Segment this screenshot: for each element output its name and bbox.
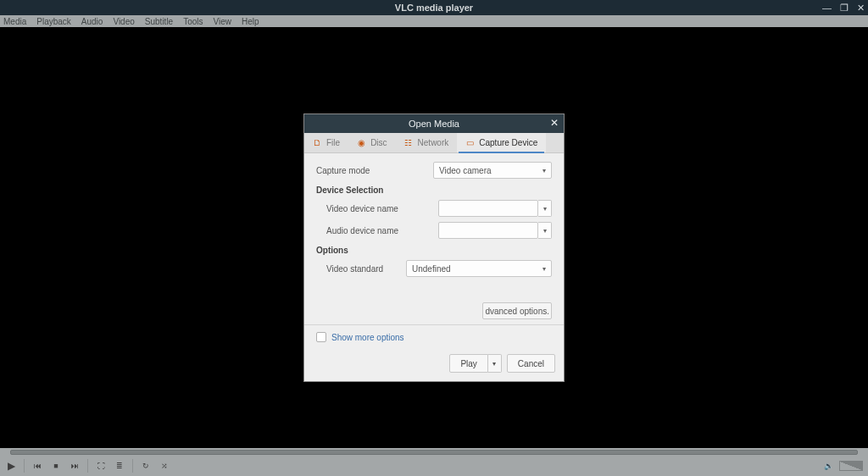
stop-button[interactable]: ■ [48, 458, 64, 473]
shuffle-button[interactable]: ⤮ [157, 458, 172, 473]
seek-slider[interactable] [10, 450, 858, 455]
tab-file-label: File [326, 138, 340, 147]
cancel-button[interactable]: Cancel [507, 354, 555, 373]
playlist-button[interactable]: ≣ [112, 458, 127, 473]
network-icon: ☷ [404, 138, 413, 147]
open-media-dialog: Open Media ✕ 🗋 File ◉ Disc ☷ Network ▭ C… [303, 113, 565, 382]
play-button-dropdown[interactable]: ▾ [488, 354, 502, 373]
device-selection-heading: Device Selection [316, 185, 552, 195]
tab-file[interactable]: 🗋 File [304, 133, 348, 152]
show-more-options-row[interactable]: Show more options [304, 324, 564, 349]
show-more-label: Show more options [331, 333, 404, 342]
capture-icon: ▭ [465, 138, 474, 147]
video-standard-combo[interactable]: Undefined ▾ [406, 260, 552, 277]
window-title: VLC media player [395, 3, 473, 13]
cancel-button-label: Cancel [518, 359, 544, 368]
video-standard-value: Undefined [412, 264, 451, 274]
divider [24, 459, 25, 473]
chevron-down-icon: ▾ [542, 167, 546, 174]
audio-device-name-label: Audio device name [326, 226, 438, 235]
options-heading: Options [316, 246, 552, 255]
mute-button[interactable]: 🔈 [821, 458, 836, 473]
video-standard-label: Video standard [326, 264, 406, 274]
menu-subtitle[interactable]: Subtitle [145, 17, 173, 26]
window-titlebar: VLC media player — ❐ ✕ [0, 0, 868, 15]
play-button[interactable]: Play [449, 354, 487, 373]
play-button-label: Play [460, 359, 476, 368]
audio-device-name-combo[interactable] [438, 222, 538, 239]
menu-bar: Media Playback Audio Video Subtitle Tool… [0, 15, 868, 27]
player-controls: ▶ ⏮ ■ ⏭ ⛶ ≣ ↻ ⤮ 🔈 [0, 456, 868, 476]
fullscreen-button[interactable]: ⛶ [93, 458, 108, 473]
chevron-down-icon: ▾ [542, 265, 546, 273]
show-more-checkbox[interactable] [316, 332, 326, 342]
disc-icon: ◉ [357, 138, 365, 147]
menu-tools[interactable]: Tools [183, 17, 203, 26]
advanced-options-button[interactable]: dvanced options. [482, 302, 552, 319]
tab-network-label: Network [418, 138, 449, 147]
minimize-icon[interactable]: — [822, 3, 832, 13]
audio-device-name-dropdown[interactable]: ▾ [538, 222, 552, 239]
capture-mode-combo[interactable]: Video camera ▾ [433, 162, 552, 179]
next-button[interactable]: ⏭ [67, 458, 82, 473]
file-icon: 🗋 [313, 138, 321, 147]
loop-button[interactable]: ↻ [138, 458, 153, 473]
tab-capture-device[interactable]: ▭ Capture Device [457, 133, 546, 152]
seek-bar-container [0, 448, 868, 456]
volume-slider[interactable] [839, 461, 863, 471]
video-device-name-label: Video device name [326, 204, 438, 213]
tab-network[interactable]: ☷ Network [396, 133, 458, 152]
menu-view[interactable]: View [214, 17, 232, 26]
maximize-icon[interactable]: ❐ [840, 3, 849, 14]
previous-button[interactable]: ⏮ [30, 458, 45, 473]
dialog-tabbar: 🗋 File ◉ Disc ☷ Network ▭ Capture Device [304, 133, 564, 153]
menu-audio[interactable]: Audio [81, 17, 103, 26]
advanced-options-label: dvanced options. [485, 307, 549, 316]
dialog-close-icon[interactable]: ✕ [550, 117, 559, 129]
divider [132, 459, 133, 473]
tab-capture-label: Capture Device [479, 138, 537, 147]
dialog-title: Open Media [409, 119, 459, 129]
tab-disc-label: Disc [370, 138, 387, 147]
menu-video[interactable]: Video [113, 17, 134, 26]
menu-media[interactable]: Media [3, 17, 26, 26]
menu-help[interactable]: Help [242, 17, 259, 26]
dialog-titlebar: Open Media ✕ [304, 114, 564, 133]
video-device-name-combo[interactable] [438, 200, 538, 217]
divider [87, 459, 88, 473]
tab-disc[interactable]: ◉ Disc [348, 133, 395, 152]
dialog-button-row: Play ▾ Cancel [304, 349, 564, 381]
capture-mode-value: Video camera [439, 166, 492, 175]
close-icon[interactable]: ✕ [857, 3, 865, 14]
capture-panel: Capture mode Video camera ▾ Device Selec… [304, 153, 564, 324]
menu-playback[interactable]: Playback [36, 17, 71, 26]
capture-mode-label: Capture mode [316, 166, 433, 175]
play-button[interactable]: ▶ [3, 458, 19, 473]
video-device-name-dropdown[interactable]: ▾ [538, 200, 552, 217]
